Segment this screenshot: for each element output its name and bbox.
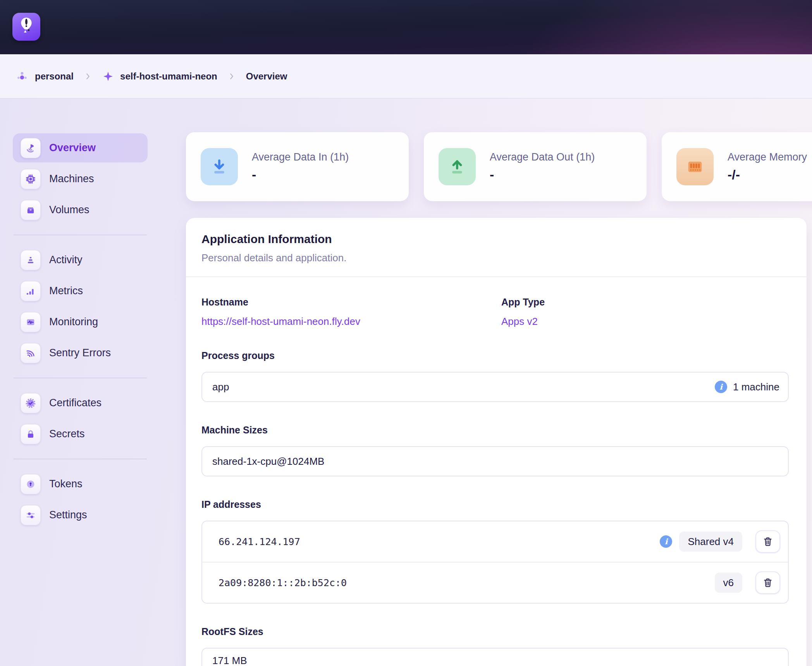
- sidebar-item-overview[interactable]: Overview: [13, 133, 148, 162]
- trash-icon: [762, 536, 774, 547]
- token-keyhole-icon: [21, 474, 41, 494]
- stat-texts: Average Data Out (1h) -: [490, 151, 595, 182]
- fly-balloon-icon: [16, 16, 36, 38]
- sidebar-item-secrets[interactable]: Secrets: [13, 419, 148, 449]
- ip-row-v6: 2a09:8280:1::2b:b52c:0 v6: [202, 562, 788, 603]
- rootfs-size-value: 171 MB: [212, 655, 247, 666]
- top-navbar: [0, 0, 812, 54]
- ip-type-badge: v6: [715, 573, 742, 593]
- ip-address-v4: 66.241.124.197: [218, 536, 300, 547]
- process-group-row: app i 1 machine: [202, 373, 788, 401]
- memory-icon: [676, 148, 714, 185]
- sidebar-item-sentry-errors[interactable]: Sentry Errors: [13, 338, 148, 368]
- download-icon: [201, 148, 238, 185]
- machine-size-value: shared-1x-cpu@1024MB: [212, 456, 324, 468]
- sidebar-divider: [14, 378, 147, 378]
- stat-card-memory: Average Memory -/-: [662, 132, 812, 201]
- stat-texts: Average Data In (1h) -: [252, 151, 349, 182]
- sidebar-label-sentry-errors: Sentry Errors: [49, 347, 111, 359]
- sidebar-item-certificates[interactable]: Certificates: [13, 388, 148, 418]
- breadcrumb-app-label: self-host-umami-neon: [120, 71, 217, 82]
- rootfs-sizes-box: 171 MB: [201, 648, 789, 666]
- hostname-label: Hostname: [201, 297, 501, 308]
- sidebar-label-volumes: Volumes: [49, 204, 89, 216]
- sidebar-item-volumes[interactable]: Volumes: [13, 195, 148, 224]
- sidebar-item-monitoring[interactable]: Monitoring: [13, 307, 148, 336]
- chevron-right-icon: [227, 72, 236, 81]
- sidebar-label-metrics: Metrics: [49, 285, 83, 297]
- sliders-icon: [21, 505, 41, 525]
- sentry-logo-icon: [21, 343, 41, 363]
- stat-label: Average Memory: [728, 151, 807, 163]
- sidebar-divider: [14, 459, 147, 459]
- app-type-label: App Type: [501, 297, 545, 308]
- upload-icon: [439, 148, 476, 185]
- ip-addresses-label: IP addresses: [201, 499, 789, 510]
- delete-ip-button[interactable]: [755, 571, 780, 594]
- hostname-block: Hostname https://self-host-umami-neon.fl…: [201, 297, 501, 328]
- hostname-link[interactable]: https://self-host-umami-neon.fly.dev: [201, 316, 501, 328]
- info-icon[interactable]: i: [660, 535, 672, 548]
- sidebar-label-secrets: Secrets: [49, 428, 85, 440]
- package-icon: [21, 200, 41, 220]
- sidebar-item-tokens[interactable]: Tokens: [13, 469, 148, 499]
- machine-sizes-label: Machine Sizes: [201, 424, 789, 436]
- stat-value: -: [252, 167, 349, 182]
- pulse-monitor-icon: [21, 312, 41, 332]
- sidebar-label-monitoring: Monitoring: [49, 316, 98, 328]
- breadcrumb-org[interactable]: personal: [15, 70, 74, 83]
- card-title: Application Information: [201, 233, 789, 246]
- stat-label: Average Data In (1h): [252, 151, 349, 163]
- stats-row: Average Data In (1h) - Average Data Out …: [186, 132, 812, 201]
- breadcrumb-page[interactable]: Overview: [246, 71, 287, 82]
- hostname-apptype-row: Hostname https://self-host-umami-neon.fl…: [201, 297, 789, 328]
- ip-row-v4: 66.241.124.197 i Shared v4: [202, 521, 788, 562]
- lock-icon: [21, 424, 41, 444]
- process-group-name: app: [212, 381, 229, 393]
- sidebar-item-machines[interactable]: Machines: [13, 164, 148, 193]
- sidebar: Overview Machines Volumes: [13, 133, 148, 531]
- machine-size-row: shared-1x-cpu@1024MB: [202, 447, 788, 476]
- stat-texts: Average Memory -/-: [728, 151, 807, 182]
- rootfs-size-row: 171 MB: [202, 649, 788, 666]
- stat-card-data-out: Average Data Out (1h) -: [424, 132, 647, 201]
- activity-stack-icon: [21, 250, 41, 270]
- overview-icon: [21, 138, 41, 158]
- app-type-link[interactable]: Apps v2: [501, 316, 545, 328]
- ip-addresses-box: 66.241.124.197 i Shared v4: [201, 521, 789, 604]
- chevron-right-icon: [84, 72, 92, 81]
- sidebar-divider: [14, 235, 147, 235]
- card-divider: [186, 276, 807, 277]
- sidebar-item-activity[interactable]: Activity: [13, 245, 148, 274]
- sidebar-item-metrics[interactable]: Metrics: [13, 276, 148, 305]
- stat-card-data-in: Average Data In (1h) -: [186, 132, 409, 201]
- application-information-card: Application Information Personal details…: [186, 218, 807, 666]
- ip-address-v6: 2a09:8280:1::2b:b52c:0: [218, 577, 347, 588]
- ip-controls: v6: [715, 571, 780, 594]
- ip-type-badge: Shared v4: [679, 531, 742, 552]
- info-icon[interactable]: i: [715, 381, 727, 393]
- app-type-block: App Type Apps v2: [501, 297, 545, 328]
- org-dots-icon: [15, 70, 29, 83]
- process-groups-box: app i 1 machine: [201, 372, 789, 402]
- sidebar-label-settings: Settings: [49, 509, 87, 521]
- cpu-chip-icon: [21, 169, 41, 189]
- stat-value: -: [490, 167, 595, 182]
- trash-icon: [762, 577, 774, 588]
- machines-chip[interactable]: i 1 machine: [715, 381, 779, 393]
- stat-value: -/-: [728, 167, 807, 182]
- delete-ip-button[interactable]: [755, 530, 780, 553]
- ip-controls: i Shared v4: [660, 530, 780, 553]
- main-content: Average Data In (1h) - Average Data Out …: [186, 132, 812, 666]
- sidebar-label-machines: Machines: [49, 173, 94, 185]
- sidebar-label-certificates: Certificates: [49, 397, 102, 409]
- fly-logo[interactable]: [12, 13, 40, 41]
- bar-chart-icon: [21, 281, 41, 301]
- sidebar-item-settings[interactable]: Settings: [13, 500, 148, 530]
- process-groups-label: Process groups: [201, 350, 789, 361]
- card-subtitle: Personal details and application.: [201, 252, 789, 264]
- breadcrumb-app[interactable]: self-host-umami-neon: [102, 71, 217, 82]
- breadcrumb: personal self-host-umami-neon Overview: [0, 54, 812, 98]
- machine-count-label: 1 machine: [733, 381, 779, 393]
- machine-sizes-box: shared-1x-cpu@1024MB: [201, 446, 789, 476]
